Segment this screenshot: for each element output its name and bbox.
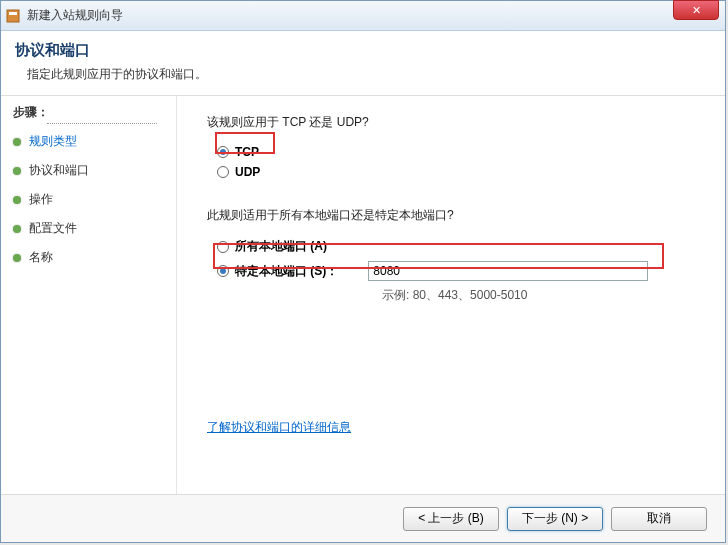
bullet-icon <box>13 167 21 175</box>
radio-udp-label: UDP <box>235 165 260 179</box>
svg-rect-0 <box>7 10 19 22</box>
button-bar: < 上一步 (B) 下一步 (N) > 取消 <box>1 494 725 542</box>
window-title: 新建入站规则向导 <box>27 7 721 24</box>
sidebar: 步骤： 规则类型 协议和端口 操作 配置文件 名称 <box>1 96 177 494</box>
page-subtitle: 指定此规则应用于的协议和端口。 <box>27 66 711 83</box>
ports-question: 此规则适用于所有本地端口还是特定本地端口? <box>207 207 703 224</box>
bullet-icon <box>13 138 21 146</box>
cancel-button[interactable]: 取消 <box>611 507 707 531</box>
watermark: 系统之家 <box>607 424 717 454</box>
next-button[interactable]: 下一步 (N) > <box>507 507 603 531</box>
step-name[interactable]: 名称 <box>13 249 176 266</box>
help-link[interactable]: 了解协议和端口的详细信息 <box>207 419 351 436</box>
radio-udp-row[interactable]: UDP <box>217 165 703 179</box>
step-protocol-port[interactable]: 协议和端口 <box>13 162 176 179</box>
ports-section: 此规则适用于所有本地端口还是特定本地端口? 所有本地端口 (A) 特定本地端口 … <box>207 207 703 304</box>
radio-specific-ports-row[interactable]: 特定本地端口 (S)： <box>217 261 703 281</box>
content-area: 该规则应用于 TCP 还是 UDP? TCP UDP 此规则适用于所有本地端口还… <box>177 96 725 494</box>
step-label: 操作 <box>29 191 53 208</box>
step-label: 规则类型 <box>29 133 77 150</box>
step-profile[interactable]: 配置文件 <box>13 220 176 237</box>
radio-udp[interactable] <box>217 166 229 178</box>
step-label: 名称 <box>29 249 53 266</box>
step-label: 配置文件 <box>29 220 77 237</box>
radio-tcp[interactable] <box>217 146 229 158</box>
app-icon <box>5 8 21 24</box>
radio-specific-ports[interactable] <box>217 265 229 277</box>
steps-heading: 步骤： <box>13 104 176 121</box>
radio-all-ports-row[interactable]: 所有本地端口 (A) <box>217 238 703 255</box>
header-area: 协议和端口 指定此规则应用于的协议和端口。 <box>1 31 725 96</box>
example-text: 示例: 80、443、5000-5010 <box>382 287 703 304</box>
watermark-text: 系统之家 <box>645 427 717 451</box>
bullet-icon <box>13 254 21 262</box>
page-title: 协议和端口 <box>15 41 711 60</box>
back-button[interactable]: < 上一步 (B) <box>403 507 499 531</box>
watermark-sub: www.xitongzhijia.com <box>631 456 717 466</box>
ports-input[interactable] <box>368 261 648 281</box>
close-button[interactable]: ✕ <box>673 0 719 20</box>
radio-all-ports[interactable] <box>217 241 229 253</box>
protocol-question: 该规则应用于 TCP 还是 UDP? <box>207 114 703 131</box>
svg-marker-2 <box>609 426 639 452</box>
bullet-icon <box>13 225 21 233</box>
step-action[interactable]: 操作 <box>13 191 176 208</box>
radio-tcp-row[interactable]: TCP <box>217 145 703 159</box>
body-area: 步骤： 规则类型 协议和端口 操作 配置文件 名称 该规 <box>1 96 725 494</box>
radio-tcp-label: TCP <box>235 145 259 159</box>
radio-all-ports-label: 所有本地端口 (A) <box>235 238 327 255</box>
radio-specific-ports-label: 特定本地端口 (S)： <box>235 263 338 280</box>
titlebar: 新建入站规则向导 ✕ <box>1 1 725 31</box>
svg-rect-1 <box>9 12 17 15</box>
svg-rect-3 <box>619 440 629 452</box>
step-label: 协议和端口 <box>29 162 89 179</box>
wizard-window: 新建入站规则向导 ✕ 协议和端口 指定此规则应用于的协议和端口。 步骤： 规则类… <box>0 0 726 543</box>
bullet-icon <box>13 196 21 204</box>
step-rule-type[interactable]: 规则类型 <box>13 133 176 150</box>
